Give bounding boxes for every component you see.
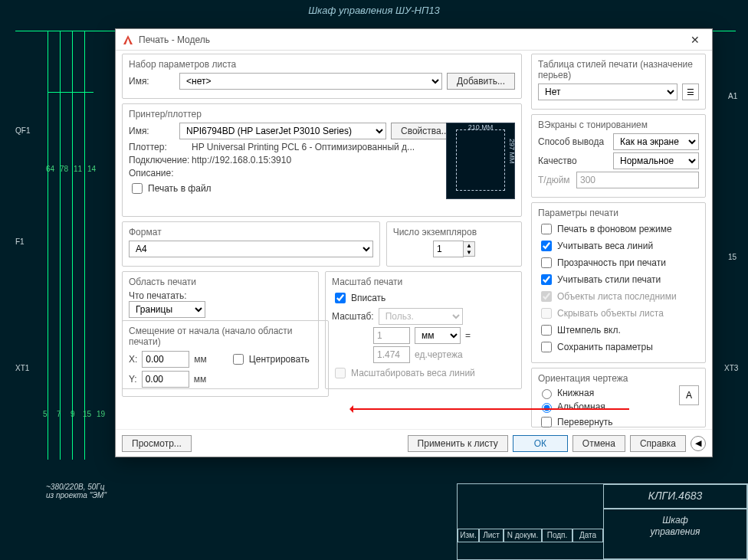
copies-input[interactable] [433, 241, 464, 257]
opt-background-checkbox[interactable]: Печать в фоновом режиме [538, 221, 699, 237]
orientation-icon: A [679, 385, 699, 405]
paper-preview: 210 MM 297 MM [446, 123, 515, 199]
center-plot-checkbox[interactable]: Центрировать [230, 352, 310, 367]
cad-label-b9: 9 [71, 410, 75, 418]
printer-plotter-value: HP Universal Printing PCL 6 - Оптимизиро… [192, 142, 415, 152]
pageset-name-label: Имя: [129, 76, 175, 87]
opt-plotstyles-checkbox[interactable]: Учитывать стили печати [538, 272, 699, 287]
fit-to-paper-checkbox[interactable]: Вписать [332, 290, 515, 306]
cad-label-11: 11 [74, 165, 82, 173]
shade-quality-label: Качество [538, 156, 609, 166]
cad-label-15r: 15 [728, 253, 737, 261]
shade-dpi-label: Т/дюйм [538, 175, 572, 185]
tb-izm: Изм. [458, 529, 479, 542]
dialog-titlebar[interactable]: Печать - Модель ✕ [116, 29, 712, 51]
tb-list: Лист [479, 529, 504, 542]
group-paper-size: Формат A4 [122, 221, 380, 267]
pageset-name-select[interactable]: <нет> [179, 73, 442, 90]
orient-landscape-radio[interactable]: Альбомная [538, 401, 699, 413]
group-printer: Принтер/плоттер Имя: NPI6794BD (HP Laser… [122, 103, 522, 217]
group-plot-options-caption: Параметры печати [538, 208, 699, 218]
opt-paperspace-last-checkbox: Объекты листа последними [538, 289, 699, 304]
group-plot-scale: Масштаб печати Вписать Масштаб: Польз. м… [325, 271, 522, 389]
printer-conn-label: Подключение: [129, 155, 187, 165]
group-plot-scale-caption: Масштаб печати [332, 277, 515, 287]
offset-x-input[interactable] [142, 351, 189, 368]
shade-dpi-input [576, 172, 699, 188]
apply-to-layout-button[interactable]: Применить к листу [408, 435, 508, 452]
cad-titleblock: Изм. Лист N докум. Подп. Дата КЛГИ.4683 … [457, 483, 748, 560]
cad-label-14: 14 [87, 165, 96, 173]
tb-name1: Шкаф [662, 515, 687, 526]
printer-plotter-label: Плоттер: [129, 142, 187, 152]
opt-save-changes-checkbox[interactable]: Сохранить параметры [538, 339, 699, 355]
cad-label-b5: 5 [43, 410, 48, 418]
scale-equals: = [465, 330, 471, 341]
tb-podp: Подп. [542, 529, 572, 542]
center-plot-input[interactable] [233, 354, 244, 365]
cancel-button[interactable]: Отмена [572, 435, 625, 452]
group-orientation-caption: Ориентация чертежа [538, 373, 699, 384]
shade-quality-select[interactable]: Нормальное [613, 152, 699, 169]
plot-to-file-label: Печать в файл [148, 183, 212, 194]
printer-conn-value: http://192.168.0.15:3910 [192, 155, 291, 165]
plot-style-select[interactable]: Нет [538, 84, 677, 100]
scale-unit2-label: ед.чертежа [415, 349, 463, 360]
cad-label-xt1: XT1 [15, 364, 29, 372]
opt-stamp-checkbox[interactable]: Штемпель вкл. [538, 323, 699, 338]
opt-lineweights-checkbox[interactable]: Учитывать веса линий [538, 238, 699, 254]
orient-portrait-radio[interactable]: Книжная [538, 387, 699, 399]
printer-name-label: Имя: [129, 126, 175, 136]
group-plot-styles: Таблица стилей печати (назначение перьев… [531, 54, 706, 110]
group-printer-caption: Принтер/плоттер [129, 109, 515, 120]
tb-data: Дата [572, 529, 603, 542]
printer-name-select[interactable]: NPI6794BD (HP LaserJet P3010 Series) [179, 123, 386, 139]
printer-desc-label: Описание: [129, 168, 187, 178]
group-page-setup-caption: Набор параметров листа [129, 59, 515, 70]
fit-to-paper-input[interactable] [335, 293, 346, 303]
scale-lineweights-label: Масштабировать веса линий [351, 368, 475, 378]
cad-label-power: ~380/220В, 50Гц из проекта "ЭМ" [46, 483, 107, 499]
offset-y-input[interactable] [142, 371, 189, 388]
help-button[interactable]: Справка [630, 435, 686, 452]
plot-what-select[interactable]: Границы [129, 301, 205, 318]
plot-to-file-input[interactable] [132, 183, 143, 194]
group-copies: Число экземпляров ▲▼ [386, 221, 522, 267]
autocad-icon [122, 34, 134, 46]
opt-transparency-checkbox[interactable]: Прозрачность при печати [538, 255, 699, 270]
copies-down-icon[interactable]: ▼ [464, 249, 474, 256]
cad-label-78: 78 [60, 165, 68, 173]
annotation-arrow [353, 408, 629, 410]
group-plot-offset-caption: Смещение от начала (начало области печат… [129, 326, 322, 347]
tb-name2: управления [650, 526, 700, 537]
group-plot-options: Параметры печати Печать в фоновом режиме… [531, 202, 706, 363]
opt-hide-paperspace-checkbox: Скрывать объекты листа [538, 306, 699, 321]
copies-up-icon[interactable]: ▲ [464, 242, 474, 249]
plot-dialog: Печать - Модель ✕ Набор параметров листа… [115, 28, 713, 457]
paper-size-select[interactable]: A4 [129, 241, 373, 257]
group-shaded-viewport: ВЭкраны с тонированием Способ вывода Как… [531, 114, 706, 198]
shade-mode-select[interactable]: Как на экране [613, 133, 699, 150]
collapse-arrow-icon[interactable]: ◀ [691, 436, 706, 451]
group-page-setup: Набор параметров листа Имя: <нет> Добави… [122, 54, 522, 99]
cad-label-b7: 7 [57, 410, 61, 418]
dialog-footer: Просмотр... Применить к листу ОК Отмена … [116, 429, 712, 457]
offset-y-units: мм [194, 374, 207, 385]
cad-label-f1: F1 [15, 237, 25, 246]
plot-style-edit-icon[interactable]: ☰ [682, 84, 699, 100]
orient-upside-checkbox[interactable]: Перевернуть [538, 414, 699, 430]
ok-button[interactable]: ОК [513, 435, 568, 452]
group-orientation: Ориентация чертежа Книжная Альбомная Пер… [531, 368, 706, 427]
scale-value1-input [373, 327, 410, 344]
scale-value2-input [373, 346, 410, 363]
scale-lineweights-checkbox: Масштабировать веса линий [332, 365, 515, 381]
cad-label-b19: 19 [97, 410, 105, 418]
cad-label-qf1: QF1 [15, 126, 30, 135]
tb-code: КЛГИ.4683 [603, 484, 747, 509]
close-icon[interactable]: ✕ [684, 34, 706, 46]
preview-button[interactable]: Просмотр... [122, 435, 192, 452]
group-plot-area-caption: Область печати [129, 277, 312, 287]
scale-unit1-select[interactable]: мм [415, 327, 461, 344]
pageset-add-button[interactable]: Добавить... [447, 73, 515, 90]
copies-spinner[interactable]: ▲▼ [433, 241, 475, 257]
